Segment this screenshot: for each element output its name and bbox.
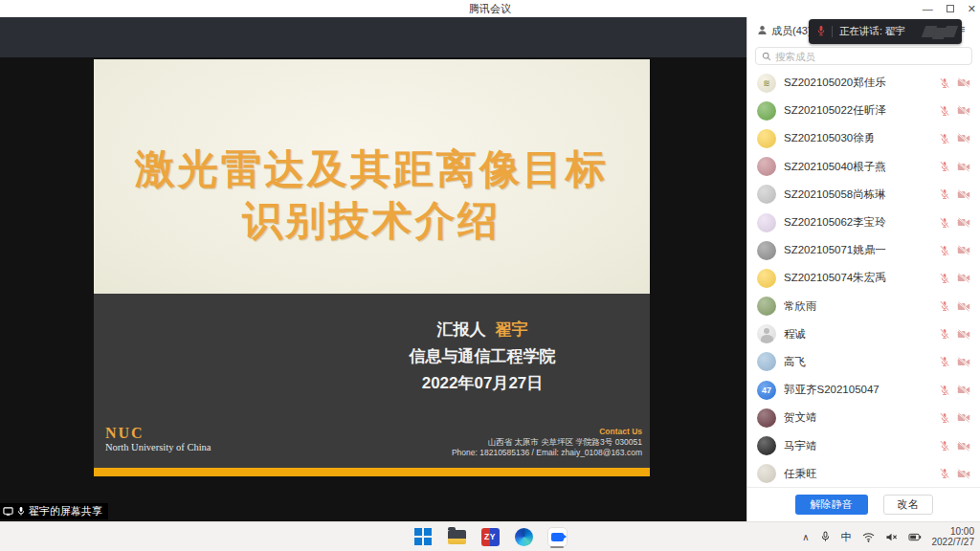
member-row[interactable]: SZ202105062李宝玲	[747, 209, 980, 236]
member-mic-muted-icon[interactable]	[939, 77, 950, 89]
member-camera-off-icon[interactable]	[957, 469, 970, 479]
member-mic-muted-icon[interactable]	[939, 328, 950, 340]
member-avatar	[757, 185, 776, 204]
search-icon	[762, 48, 771, 65]
member-camera-off-icon[interactable]	[957, 412, 970, 423]
window-titlebar: 腾讯会议 — ✕	[0, 0, 980, 17]
presentation-slide: 激光雷达及其距离像目标 识别技术介绍 汇报人翟宇 信息与通信工程学院 2022年…	[94, 59, 650, 476]
zy-app-button[interactable]: ZY	[478, 524, 502, 549]
member-camera-off-icon[interactable]	[957, 133, 970, 143]
tray-overflow-icon[interactable]: ∧	[802, 532, 809, 542]
member-avatar	[757, 324, 776, 343]
member-name: 郭亚齐S202105047	[784, 383, 939, 397]
member-row[interactable]: 任秉旺	[747, 460, 980, 487]
volume-muted-icon[interactable]	[885, 532, 898, 542]
tencent-meeting-button[interactable]	[545, 524, 569, 549]
member-mic-muted-icon[interactable]	[939, 133, 950, 144]
speaking-mic-icon	[816, 23, 826, 40]
member-row[interactable]: SZ202105030徐勇	[747, 124, 980, 152]
member-name: SZ202105022任昕泽	[784, 103, 939, 118]
member-mic-muted-icon[interactable]	[939, 412, 950, 424]
wifi-icon[interactable]	[862, 532, 875, 542]
edge-button[interactable]	[511, 524, 536, 549]
presentation-date: 2022年07月27日	[324, 370, 640, 397]
member-row[interactable]: 高飞	[747, 348, 980, 376]
member-camera-off-icon[interactable]	[957, 385, 970, 395]
member-name: SZ202105062李宝玲	[784, 215, 939, 230]
member-row[interactable]: 马宇靖	[747, 431, 980, 459]
member-row[interactable]: 贺文靖	[747, 404, 980, 431]
folder-icon	[448, 530, 466, 544]
tray-mic-icon[interactable]	[820, 531, 831, 542]
shared-app-toolbar	[0, 17, 746, 57]
member-row[interactable]: SZ202105040根子燕	[747, 153, 980, 181]
member-camera-off-icon[interactable]	[957, 217, 970, 228]
member-avatar	[757, 157, 776, 176]
screen-icon	[3, 506, 13, 517]
taskbar: ZY ∧ 中 10:00 2022/7/27	[0, 521, 980, 551]
member-camera-off-icon[interactable]	[957, 273, 970, 283]
members-panel: 成员(43) ≡ 正在讲话: 翟宇 ≋SZ202105020郑佳乐SZ20210…	[746, 17, 980, 521]
member-mic-muted-icon[interactable]	[939, 273, 950, 284]
presenter-department: 信息与通信工程学院	[324, 343, 640, 370]
clock[interactable]: 10:00 2022/7/27	[932, 526, 975, 548]
member-mic-muted-icon[interactable]	[939, 440, 950, 452]
contact-phone-email: Phone: 18210585136 / Email: zhaiy_0108@1…	[452, 448, 642, 458]
member-row[interactable]: 程诚	[747, 320, 980, 348]
member-row[interactable]: SZ202105074朱宏禹	[747, 264, 980, 292]
member-camera-off-icon[interactable]	[957, 301, 970, 312]
member-mic-muted-icon[interactable]	[939, 385, 950, 396]
minimize-button[interactable]: —	[923, 0, 933, 17]
unmute-button[interactable]: 解除静音	[795, 495, 868, 515]
member-row[interactable]: 47郭亚齐S202105047	[747, 376, 980, 404]
search-input[interactable]	[775, 51, 966, 62]
member-row[interactable]: 常欣雨	[747, 293, 980, 320]
slide-upper-section: 激光雷达及其距离像目标 识别技术介绍	[94, 59, 650, 294]
ime-indicator[interactable]: 中	[841, 530, 852, 544]
member-mic-muted-icon[interactable]	[939, 105, 950, 117]
member-mic-muted-icon[interactable]	[939, 300, 950, 312]
presenter-block: 汇报人翟宇 信息与通信工程学院 2022年07月27日	[324, 317, 640, 397]
member-camera-off-icon[interactable]	[957, 245, 970, 255]
member-row[interactable]: SZ202105058尚栋琳	[747, 181, 980, 209]
meeting-logo-watermark	[924, 24, 956, 39]
member-mic-muted-icon[interactable]	[939, 161, 950, 172]
member-mic-muted-icon[interactable]	[939, 217, 950, 229]
member-name: SZ202105074朱宏禹	[784, 271, 939, 285]
member-avatar: ≋	[757, 74, 776, 93]
presenter-line: 汇报人翟宇	[324, 317, 640, 343]
panel-footer: 解除静音 改名	[747, 487, 980, 521]
member-list: ≋SZ202105020郑佳乐SZ202105022任昕泽SZ202105030…	[747, 69, 980, 487]
battery-icon[interactable]	[908, 533, 922, 541]
clock-time: 10:00	[932, 526, 975, 538]
restore-button[interactable]	[947, 5, 954, 12]
rename-button[interactable]: 改名	[883, 495, 933, 515]
member-camera-off-icon[interactable]	[957, 357, 970, 367]
file-explorer-button[interactable]	[444, 524, 469, 549]
member-camera-off-icon[interactable]	[957, 105, 970, 116]
zy-app-icon: ZY	[481, 528, 500, 546]
member-row[interactable]: ≋SZ202105020郑佳乐	[747, 69, 980, 97]
member-mic-muted-icon[interactable]	[939, 468, 950, 479]
university-logo: NUC	[105, 425, 212, 442]
member-camera-off-icon[interactable]	[957, 441, 970, 452]
mic-icon	[16, 506, 26, 517]
start-button[interactable]	[411, 524, 435, 549]
members-icon	[757, 22, 768, 39]
member-mic-muted-icon[interactable]	[939, 188, 950, 200]
university-logo-block: NUC North University of China	[105, 425, 212, 452]
member-name: SZ202105020郑佳乐	[784, 76, 939, 90]
tencent-meeting-icon	[547, 527, 568, 547]
close-button[interactable]: ✕	[968, 0, 976, 17]
member-row[interactable]: SZ202105022任昕泽	[747, 97, 980, 124]
member-mic-muted-icon[interactable]	[939, 356, 950, 367]
member-row[interactable]: SZ202105071姚鼎一	[747, 236, 980, 264]
member-avatar	[757, 269, 776, 288]
member-camera-off-icon[interactable]	[957, 77, 970, 88]
member-camera-off-icon[interactable]	[957, 162, 970, 172]
member-avatar	[757, 408, 776, 428]
slide-title-line1: 激光雷达及其距离像目标	[94, 143, 650, 195]
member-camera-off-icon[interactable]	[957, 189, 970, 200]
member-mic-muted-icon[interactable]	[939, 245, 950, 256]
member-camera-off-icon[interactable]	[957, 329, 970, 340]
